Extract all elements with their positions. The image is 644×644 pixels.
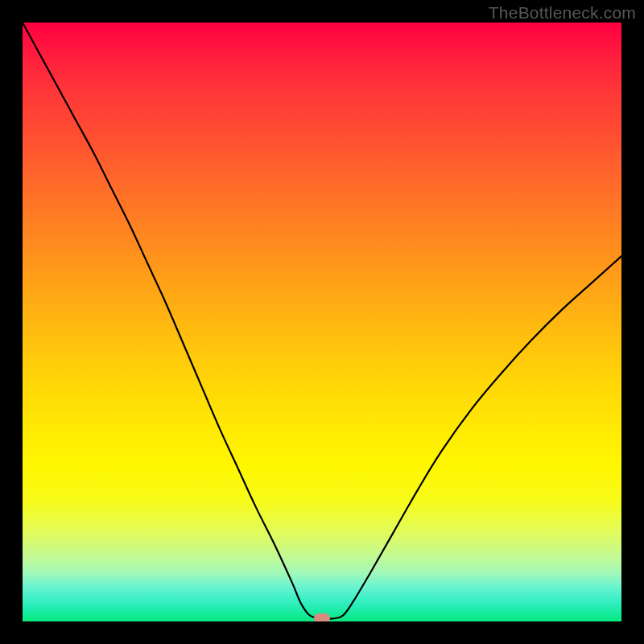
chart-stage: TheBottleneck.com [0,0,644,644]
plot-area [23,23,621,621]
curve-layer [23,23,621,621]
minimum-marker [314,613,330,621]
watermark-text: TheBottleneck.com [489,3,636,23]
bottleneck-curve-path [23,23,621,619]
